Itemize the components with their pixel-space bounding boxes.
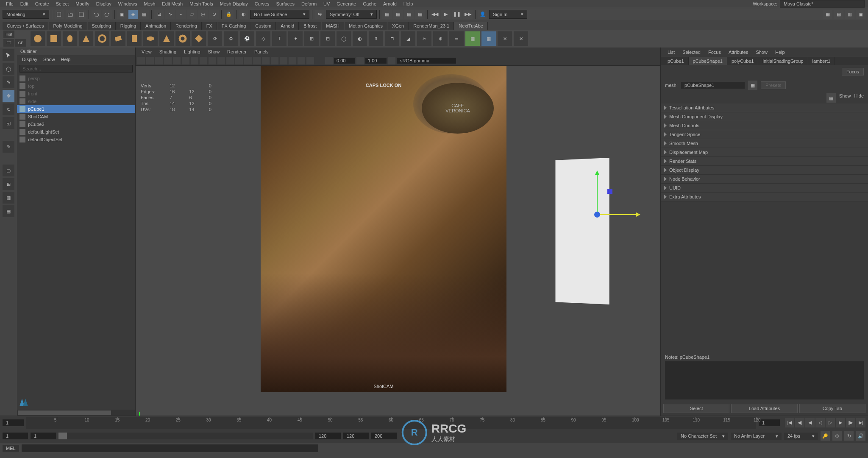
- attr-sec-objdisplay[interactable]: Object Display: [661, 166, 868, 175]
- playback-prev-icon[interactable]: ◀: [805, 418, 815, 427]
- panel-layout-3-icon[interactable]: ▥: [845, 10, 854, 19]
- menu-modify[interactable]: Modify: [72, 0, 92, 7]
- vp-grid-icon[interactable]: [182, 57, 189, 64]
- selected-cube-mesh[interactable]: [555, 158, 609, 304]
- outliner-item-objectset[interactable]: defaultObjectSet: [17, 136, 135, 143]
- menu-curves[interactable]: Curves: [251, 0, 273, 7]
- outliner-menu-show[interactable]: Show: [41, 56, 58, 62]
- select-mode-icon[interactable]: ▣: [117, 10, 127, 19]
- vp-menu-shading[interactable]: Shading: [156, 49, 180, 55]
- scale-tool-icon[interactable]: ◱: [3, 117, 14, 129]
- shelf-tab-poly[interactable]: Poly Modeling: [49, 22, 87, 30]
- menu-mesh-display[interactable]: Mesh Display: [217, 0, 251, 7]
- shelf-tab-bifrost[interactable]: Bifrost: [299, 22, 321, 30]
- layout-single-icon[interactable]: ▢: [3, 165, 14, 176]
- shelf-cylinder-icon[interactable]: [63, 31, 77, 46]
- rotate-tool-icon[interactable]: ↻: [3, 103, 14, 115]
- attr-presets-button[interactable]: Presets: [761, 81, 786, 89]
- paint-select-tool-icon[interactable]: ✎: [3, 76, 14, 88]
- attr-sec-uuid[interactable]: UUID: [661, 184, 868, 193]
- vp-safe-title-icon[interactable]: [235, 57, 243, 64]
- menu-edit-mesh[interactable]: Edit Mesh: [159, 0, 186, 7]
- vp-camera-select-icon[interactable]: [137, 57, 145, 64]
- attr-sec-tangent[interactable]: Tangent Space: [661, 130, 868, 139]
- shelf-torus-icon[interactable]: [95, 31, 109, 46]
- shelf-crease-icon[interactable]: ▦: [481, 31, 496, 46]
- shelf-gear-icon[interactable]: ⚙: [224, 31, 238, 46]
- render-view-icon[interactable]: ▦: [393, 10, 403, 19]
- attr-menu-help[interactable]: Help: [772, 49, 788, 55]
- open-scene-icon[interactable]: [66, 10, 75, 19]
- shelf-svg-icon[interactable]: ✦: [288, 31, 303, 46]
- playback-next-key-icon[interactable]: |▶: [846, 418, 855, 427]
- select-component-icon[interactable]: ▦: [139, 10, 149, 19]
- attr-sec-mesh-controls[interactable]: Mesh Controls: [661, 121, 868, 130]
- snap-point-icon[interactable]: •: [176, 10, 186, 19]
- lasso-tool-icon[interactable]: ◯: [3, 63, 14, 75]
- attr-focus-button[interactable]: Focus: [842, 68, 864, 75]
- select-object-icon[interactable]: ◈: [128, 10, 138, 19]
- menu-help[interactable]: Help: [400, 0, 417, 7]
- outliner-item-persp[interactable]: persp: [17, 75, 135, 82]
- playback-step-fwd-icon[interactable]: ▶▶: [463, 10, 473, 19]
- shelf-toggle-cp[interactable]: CP: [15, 39, 26, 47]
- menu-mesh[interactable]: Mesh: [140, 0, 159, 7]
- menu-mesh-tools[interactable]: Mesh Tools: [186, 0, 216, 7]
- shelf-cone-icon[interactable]: [79, 31, 93, 46]
- range-end-field[interactable]: 120: [343, 433, 369, 439]
- shelf-separate-icon[interactable]: ⊟: [320, 31, 335, 46]
- live-surface-toggle-icon[interactable]: ◐: [239, 10, 248, 19]
- shelf-superellipse-icon[interactable]: ◇: [256, 31, 270, 46]
- shelf-soccer-icon[interactable]: ⚽: [240, 31, 254, 46]
- attr-menu-list[interactable]: List: [664, 49, 678, 55]
- attr-mesh-name-field[interactable]: pCubeShape1: [681, 82, 745, 89]
- vp-view-transform-icon[interactable]: [388, 57, 395, 64]
- vp-menu-lighting[interactable]: Lighting: [181, 49, 204, 55]
- vp-menu-view[interactable]: View: [138, 49, 155, 55]
- shelf-combine-icon[interactable]: ⊞: [304, 31, 319, 46]
- vp-grease-icon[interactable]: [173, 57, 181, 64]
- shelf-tab-render[interactable]: Rendering: [171, 22, 202, 30]
- playback-start-icon[interactable]: |◀: [785, 418, 794, 427]
- attr-sec-nodebehavior[interactable]: Node Behavior: [661, 175, 868, 184]
- menu-arnold[interactable]: Arnold: [380, 0, 400, 7]
- vp-xray-icon[interactable]: [298, 57, 305, 64]
- redo-icon[interactable]: [103, 10, 112, 19]
- shelf-toggle-hist[interactable]: Hist: [3, 31, 14, 38]
- attr-menu-attributes[interactable]: Attributes: [725, 49, 751, 55]
- manip-y-axis[interactable]: [597, 172, 598, 214]
- outliner-search-input[interactable]: Search...: [19, 65, 133, 73]
- shelf-pyramid-icon[interactable]: [159, 31, 174, 46]
- vp-shadows-icon[interactable]: [280, 57, 287, 64]
- menu-windows[interactable]: Windows: [115, 0, 141, 7]
- shelf-helix-icon[interactable]: ⟳: [208, 31, 222, 46]
- attr-tab-shadinggroup[interactable]: initialShadingGroup: [758, 57, 808, 65]
- account-icon[interactable]: 👤: [478, 10, 487, 19]
- fps-dropdown[interactable]: 24 fps▾: [784, 433, 818, 440]
- attr-tab-pcube1[interactable]: pCube1: [663, 57, 689, 65]
- last-tool-icon[interactable]: ✎: [3, 141, 14, 153]
- manip-x-axis[interactable]: [597, 214, 639, 215]
- move-tool-icon[interactable]: ✥: [3, 90, 14, 102]
- shelf-tab-mash[interactable]: MASH: [322, 22, 344, 30]
- outliner-item-side[interactable]: side: [17, 98, 135, 105]
- menu-edit[interactable]: Edit: [17, 0, 32, 7]
- layout-outliner-icon[interactable]: ▤: [3, 205, 14, 217]
- attr-tab-lambert1[interactable]: lambert1: [808, 57, 835, 65]
- shelf-tab-custom[interactable]: Custom: [251, 22, 276, 30]
- menu-file[interactable]: File: [3, 0, 17, 7]
- range-start-field[interactable]: 1: [3, 433, 28, 439]
- playback-play-fwd-icon[interactable]: ▷: [826, 418, 835, 427]
- vp-film-gate-icon[interactable]: [191, 57, 198, 64]
- menu-generate[interactable]: Generate: [333, 0, 359, 7]
- vp-image-plane-icon[interactable]: [155, 57, 163, 64]
- shelf-tab-nexttut[interactable]: NextTutAbe: [454, 22, 488, 30]
- shelf-disc-icon[interactable]: [143, 31, 158, 46]
- vp-field-chart-icon[interactable]: [217, 57, 225, 64]
- vp-bookmark-icon[interactable]: [146, 57, 154, 64]
- range-end-2-field[interactable]: 200: [371, 433, 397, 439]
- vp-wireframe-icon[interactable]: [244, 57, 252, 64]
- vp-isolate-icon[interactable]: [289, 57, 296, 64]
- snap-curve-icon[interactable]: ∿: [165, 10, 175, 19]
- vp-menu-panels[interactable]: Panels: [251, 49, 272, 55]
